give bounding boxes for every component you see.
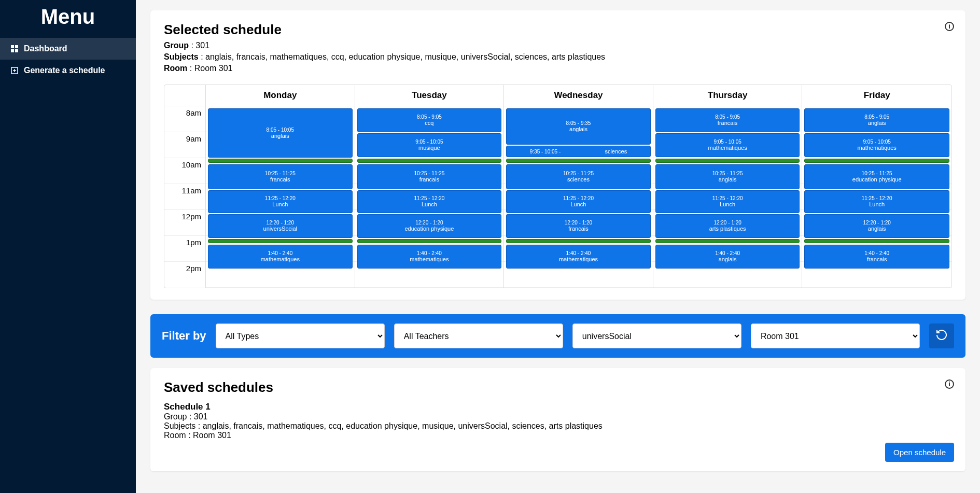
block-subject: mathematiques bbox=[410, 256, 449, 262]
block-subject: arts plastiques bbox=[709, 226, 746, 232]
schedule-block[interactable]: 12:20 - 1:20arts plastiques bbox=[655, 214, 800, 238]
info-icon[interactable]: i bbox=[945, 379, 954, 389]
block-time: 10:25 - 11:25 bbox=[862, 171, 892, 176]
time-label: 9am bbox=[164, 132, 205, 158]
schedule-block[interactable]: 1:40 - 2:40anglais bbox=[655, 245, 800, 269]
schedule-block[interactable]: 10:25 - 11:25education physique bbox=[804, 164, 949, 189]
block-subject: education physique bbox=[852, 176, 902, 182]
time-label: 12pm bbox=[164, 210, 205, 236]
time-label: 1pm bbox=[164, 236, 205, 262]
day-column: 8:05 - 9:35anglais9:35 - 10:05 -sciences… bbox=[504, 106, 653, 288]
group-label: Group bbox=[164, 41, 189, 50]
time-label: 11am bbox=[164, 184, 205, 210]
schedule-block[interactable]: 9:05 - 10:05mathematiques bbox=[655, 133, 800, 157]
block-time: 9:05 - 10:05 bbox=[415, 139, 443, 145]
block-subject: francais bbox=[270, 176, 290, 182]
block-time: 12:20 - 1:20 bbox=[863, 220, 891, 226]
filter-teacher[interactable]: All Teachers bbox=[394, 323, 563, 348]
block-time: 11:25 - 12:20 bbox=[265, 195, 296, 201]
schedule-block[interactable]: 10:25 - 11:25francais bbox=[357, 164, 502, 189]
block-subject: universSocial bbox=[263, 226, 297, 232]
filter-room[interactable]: Room 301 bbox=[751, 323, 920, 348]
day-column: 8:05 - 9:05francais9:05 - 10:05mathemati… bbox=[653, 106, 803, 288]
day-header: Monday bbox=[206, 85, 355, 106]
block-time: 1:40 - 2:40 bbox=[715, 250, 740, 256]
break-block bbox=[208, 159, 353, 163]
saved-schedule-item[interactable]: Schedule 1 Group : 301 Subjects : anglai… bbox=[164, 402, 952, 440]
schedule-block[interactable]: 10:25 - 11:25sciences bbox=[506, 164, 651, 189]
block-time: 12:20 - 1:20 bbox=[565, 220, 592, 226]
refresh-icon bbox=[935, 329, 948, 343]
saved-schedules-card: i Saved schedules Schedule 1 Group : 301… bbox=[150, 368, 965, 471]
block-time: 11:25 - 12:20 bbox=[563, 195, 594, 201]
block-time: 11:25 - 12:20 bbox=[862, 195, 892, 201]
block-subject: Lunch bbox=[869, 201, 885, 207]
schedule-block[interactable]: 12:20 - 1:20francais bbox=[506, 214, 651, 238]
svg-rect-3 bbox=[15, 49, 18, 52]
schedule-block[interactable]: 11:25 - 12:20Lunch bbox=[804, 190, 949, 213]
block-time: 8:05 - 9:35 bbox=[566, 120, 591, 126]
time-label: 8am bbox=[164, 106, 205, 132]
filter-type[interactable]: All Types bbox=[216, 323, 385, 348]
nav-generate[interactable]: Generate a schedule bbox=[0, 60, 136, 81]
block-time: 8:05 - 10:05 bbox=[267, 127, 294, 133]
plus-square-icon bbox=[10, 66, 19, 75]
block-time: 8:05 - 9:05 bbox=[864, 114, 889, 120]
sidebar-title: Menu bbox=[0, 0, 136, 38]
schedule-block[interactable]: 12:20 - 1:20education physique bbox=[357, 214, 502, 238]
schedule-block[interactable]: 1:40 - 2:40mathematiques bbox=[506, 245, 651, 269]
schedule-block[interactable]: 12:20 - 1:20anglais bbox=[804, 214, 949, 238]
block-subject: mathematiques bbox=[708, 145, 747, 151]
block-time: 11:25 - 12:20 bbox=[712, 195, 743, 201]
selected-schedule-card: i Selected schedule Group : 301 Subjects… bbox=[150, 10, 965, 300]
schedule-block[interactable]: 11:25 - 12:20Lunch bbox=[357, 190, 502, 213]
schedule-block[interactable]: 10:25 - 11:25anglais bbox=[655, 164, 800, 189]
open-schedule-button[interactable]: Open schedule bbox=[885, 443, 954, 462]
schedule-block[interactable]: 1:40 - 2:40francais bbox=[804, 245, 949, 269]
nav-dashboard[interactable]: Dashboard bbox=[0, 38, 136, 60]
schedule-block[interactable]: 10:25 - 11:25francais bbox=[208, 164, 353, 189]
block-time: 12:20 - 1:20 bbox=[267, 220, 294, 226]
nav-label: Generate a schedule bbox=[24, 66, 105, 75]
schedule-block[interactable]: 12:20 - 1:20universSocial bbox=[208, 214, 353, 238]
schedule-block[interactable]: 9:05 - 10:05musique bbox=[357, 133, 502, 157]
block-time: 1:40 - 2:40 bbox=[864, 250, 889, 256]
schedule-block[interactable]: 8:05 - 9:05francais bbox=[655, 108, 800, 132]
block-time: 10:25 - 11:25 bbox=[563, 171, 594, 176]
reset-filter-button[interactable] bbox=[929, 323, 954, 348]
schedule-block[interactable]: 11:25 - 12:20Lunch bbox=[208, 190, 353, 213]
saved-item-title: Schedule 1 bbox=[164, 402, 952, 412]
info-icon[interactable]: i bbox=[945, 22, 954, 31]
schedule-block[interactable]: 11:25 - 12:20Lunch bbox=[506, 190, 651, 213]
block-subject: mathematiques bbox=[261, 256, 300, 262]
svg-rect-2 bbox=[11, 49, 14, 52]
block-time: 8:05 - 9:05 bbox=[715, 114, 740, 120]
schedule-block[interactable]: 11:25 - 12:20Lunch bbox=[655, 190, 800, 213]
break-block bbox=[357, 159, 502, 163]
filter-subject[interactable]: universSocial bbox=[572, 323, 741, 348]
block-subject: education physique bbox=[404, 226, 454, 232]
main: i Selected schedule Group : 301 Subjects… bbox=[136, 0, 980, 493]
schedule-block[interactable]: 1:40 - 2:40mathematiques bbox=[208, 245, 353, 269]
break-block bbox=[357, 239, 502, 243]
schedule-block[interactable]: 8:05 - 9:05ccq bbox=[357, 108, 502, 132]
schedule-block[interactable]: 8:05 - 10:05anglais bbox=[208, 108, 353, 158]
day-header: Wednesday bbox=[504, 85, 653, 106]
block-subject: anglais bbox=[719, 176, 737, 182]
day-header: Friday bbox=[802, 85, 951, 106]
block-time: 12:20 - 1:20 bbox=[415, 220, 443, 226]
schedule-block[interactable]: 1:40 - 2:40mathematiques bbox=[357, 245, 502, 269]
block-subject: anglais bbox=[569, 126, 587, 132]
schedule-grid: MondayTuesdayWednesdayThursdayFriday 8am… bbox=[164, 84, 952, 288]
block-time: 9:05 - 10:05 bbox=[713, 139, 741, 145]
day-column: 8:05 - 9:05anglais9:05 - 10:05mathematiq… bbox=[802, 106, 951, 288]
filter-label: Filter by bbox=[162, 329, 206, 343]
block-time: 12:20 - 1:20 bbox=[713, 220, 741, 226]
schedule-block[interactable]: 8:05 - 9:35anglais bbox=[506, 108, 651, 145]
block-subject: anglais bbox=[719, 256, 737, 262]
schedule-block[interactable]: 8:05 - 9:05anglais bbox=[804, 108, 949, 132]
nav-label: Dashboard bbox=[24, 44, 67, 53]
schedule-block[interactable]: 9:05 - 10:05mathematiques bbox=[804, 133, 949, 157]
schedule-block[interactable]: 9:35 - 10:05 -sciences bbox=[506, 146, 651, 157]
time-column: 8am9am10am11am12pm1pm2pm bbox=[164, 106, 206, 288]
